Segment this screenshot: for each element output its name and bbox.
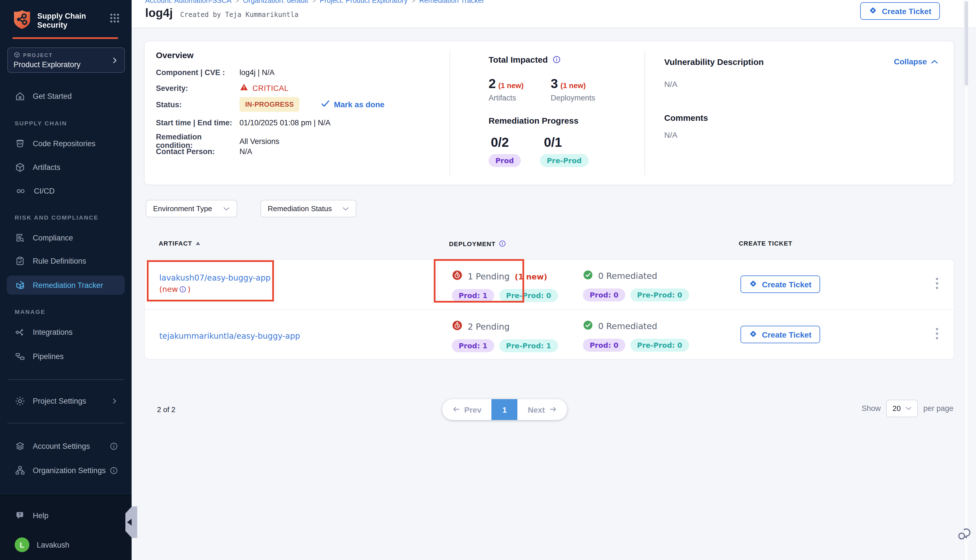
- breadcrumb-project[interactable]: Project: Product Exploratory: [320, 0, 407, 5]
- status-row: Status: IN-PROGRESS Mark as done: [156, 97, 384, 112]
- layers-icon: [15, 441, 25, 451]
- sidebar-item-pipelines[interactable]: Pipelines: [7, 348, 125, 365]
- column-artifact[interactable]: ARTIFACT: [159, 240, 200, 247]
- project-label: PROJECT: [23, 52, 53, 58]
- table-header: ARTIFACT DEPLOYMENT CREATE TICKET: [144, 240, 954, 257]
- overview-heading: Overview: [156, 50, 441, 60]
- sidebar-item-artifacts[interactable]: Artifacts: [7, 158, 125, 175]
- shield-logo-icon: [12, 9, 32, 33]
- sidebar-item-help[interactable]: ? Help: [7, 507, 125, 524]
- scrollbar-thumb[interactable]: [965, 1, 968, 86]
- artifact-link[interactable]: lavakush07/easy-buggy-app: [159, 273, 270, 282]
- severity-value: CRITICAL: [252, 84, 289, 92]
- row-menu-kebab-icon[interactable]: [936, 278, 938, 289]
- breadcrumb-page[interactable]: Remediation Tracker: [419, 0, 484, 5]
- screenshot-root: Supply Chain Security PROJECT Product Ex: [0, 0, 976, 560]
- status-badge: IN-PROGRESS: [240, 97, 299, 112]
- sidebar-item-integrations[interactable]: Integrations: [7, 323, 125, 340]
- home-icon: [15, 91, 25, 101]
- info-icon[interactable]: [110, 442, 118, 450]
- sidebar-footer: ? Help L Lavakush: [0, 495, 132, 560]
- artifact-cell: tejakummarikuntla/easy-buggy-app: [159, 330, 306, 342]
- page-number-1[interactable]: 1: [492, 399, 518, 420]
- chevron-right-icon: [111, 397, 118, 405]
- info-icon[interactable]: [110, 466, 118, 475]
- vulnerability-description-value: N/A: [664, 80, 677, 88]
- mark-as-done-link[interactable]: Mark as done: [321, 100, 384, 109]
- impacted-artifacts-stat: 2 (1 new) Artifacts: [489, 76, 524, 102]
- sidebar-item-get-started[interactable]: Get Started: [7, 88, 125, 105]
- preprod-progress: 0/1: [544, 135, 562, 150]
- prod-count-pill: Prod: 0: [583, 288, 625, 302]
- arrow-left-icon: [452, 405, 460, 414]
- per-page-label: per page: [923, 404, 953, 413]
- create-ticket-button-row[interactable]: Create Ticket: [741, 326, 820, 343]
- artifact-link[interactable]: tejakummarikuntla/easy-buggy-app: [159, 332, 300, 340]
- overview-card: Overview Component | CVE : log4j | N/A S…: [144, 41, 954, 185]
- sidebar-item-remediation-tracker[interactable]: Remediation Tracker: [7, 275, 125, 295]
- support-chat-icon[interactable]: [957, 527, 972, 545]
- remediation-box-icon: [15, 280, 25, 290]
- table-row: tejakummarikuntla/easy-buggy-app 2 Pendi…: [145, 309, 954, 359]
- remediated-check-icon: [583, 270, 593, 282]
- main-content: Overview Component | CVE : log4j | N/A S…: [132, 28, 976, 560]
- clipboard-check-icon: [15, 255, 25, 266]
- sidebar-item-organization-settings[interactable]: Organization Settings: [7, 462, 125, 479]
- row-menu-kebab-icon[interactable]: [936, 328, 938, 339]
- vulnerability-description-heading: Vulnerability Description: [664, 57, 764, 67]
- sort-ascending-icon: [195, 240, 200, 247]
- create-ticket-button-header[interactable]: Create Ticket: [861, 2, 940, 20]
- impacted-deployments-stat: 3 (1 new) Deployments: [551, 76, 595, 102]
- pagination: Prev 1 Next: [442, 399, 567, 420]
- sidebar-item-project-settings[interactable]: Project Settings: [7, 392, 125, 409]
- chevron-left-icon: [127, 519, 132, 525]
- page-size-control: Show 20 per page: [862, 400, 953, 417]
- prev-page-button[interactable]: Prev: [442, 399, 492, 420]
- contact-row: Contact Person: N/A: [156, 147, 252, 156]
- arrow-right-icon: [549, 405, 557, 414]
- code-repo-icon: [15, 138, 25, 149]
- chevron-down-icon: [223, 206, 230, 211]
- sidebar-item-code-repositories[interactable]: Code Repositories: [7, 135, 125, 152]
- sidebar-item-rule-definitions[interactable]: Rule Definitions: [7, 252, 125, 269]
- environment-type-filter[interactable]: Environment Type: [146, 200, 237, 217]
- breadcrumb-account[interactable]: Account: Automation-SSCA: [145, 0, 232, 5]
- integrations-icon: [15, 327, 25, 337]
- project-selector[interactable]: PROJECT Product Exploratory: [7, 47, 125, 73]
- sidebar-item-compliance[interactable]: Compliance: [7, 229, 125, 246]
- remediation-status-filter[interactable]: Remediation Status: [260, 200, 356, 217]
- gear-icon: [15, 395, 25, 406]
- info-icon[interactable]: [552, 55, 561, 64]
- chevron-right-icon: [111, 56, 118, 64]
- collapse-link[interactable]: Collapse: [894, 57, 938, 66]
- column-create-ticket: CREATE TICKET: [739, 240, 792, 247]
- project-name: Product Exploratory: [13, 60, 111, 69]
- total-impacted-heading: Total Impacted: [489, 55, 548, 64]
- info-icon[interactable]: [499, 240, 506, 247]
- condition-row: Remediation condition: All Versions: [156, 133, 279, 150]
- breadcrumb-organization[interactable]: Organization: default: [243, 0, 309, 5]
- time-row: Start time | End time: 01/10/2025 01:08 …: [156, 118, 330, 127]
- next-page-button[interactable]: Next: [518, 399, 567, 420]
- artifact-cell: lavakush07/easy-buggy-app (new ): [159, 272, 289, 294]
- sidebar-item-cicd[interactable]: CI/CD: [7, 182, 125, 199]
- scrollbar[interactable]: [964, 0, 968, 560]
- remediated-cell: 0 Remediated Prod: 0 Pre-Prod: 0: [583, 270, 689, 302]
- breadcrumb: Account: Automation-SSCA > Organization:…: [145, 0, 484, 5]
- page-size-select[interactable]: 20: [886, 400, 918, 417]
- info-icon[interactable]: [179, 286, 186, 293]
- chevron-down-icon: [905, 407, 911, 410]
- box-icon: [15, 162, 25, 172]
- app-logo: Supply Chain Security: [12, 9, 86, 33]
- project-box-icon: [13, 52, 20, 59]
- comments-heading: Comments: [664, 113, 708, 122]
- warning-triangle-icon: [240, 83, 249, 93]
- comments-value: N/A: [664, 130, 677, 140]
- severity-row: Severity: CRITICAL: [156, 83, 289, 93]
- prod-progress: 0/2: [491, 135, 509, 150]
- user-menu[interactable]: L Lavakush: [7, 536, 125, 553]
- app-switcher-icon[interactable]: [109, 12, 120, 26]
- sidebar-item-account-settings[interactable]: Account Settings: [7, 438, 125, 455]
- pipelines-icon: [15, 351, 25, 362]
- create-ticket-button-row[interactable]: Create Ticket: [741, 275, 820, 293]
